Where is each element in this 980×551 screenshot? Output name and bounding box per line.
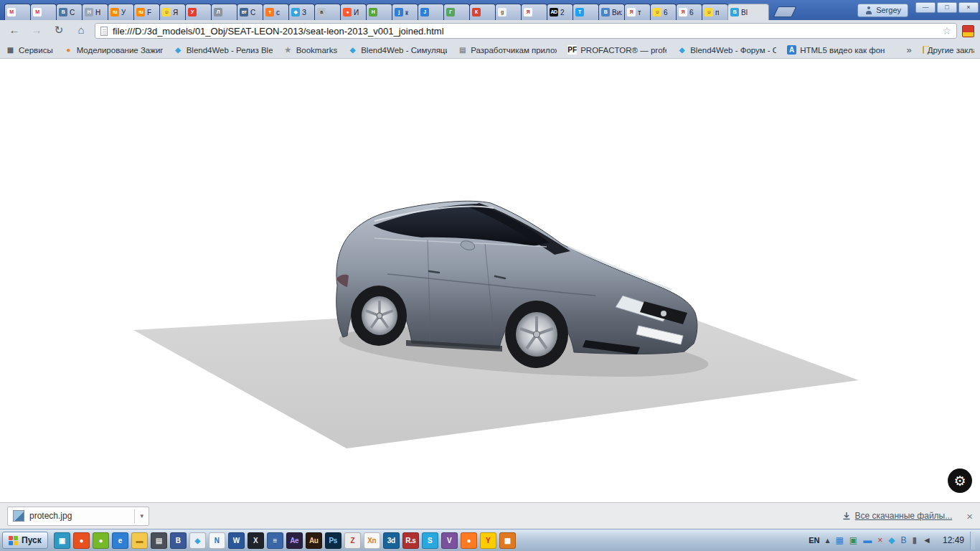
browser-tab[interactable]: У	[185, 4, 212, 20]
taskbar-app-icon[interactable]: R.s	[402, 532, 419, 549]
tray-icon[interactable]: ▴	[825, 534, 829, 546]
start-button[interactable]: Пуск	[2, 532, 48, 549]
browser-tab[interactable]: Я 6	[676, 4, 702, 20]
bookmark-item[interactable]: ◆ Blend4Web - Форум - С	[677, 45, 776, 55]
browser-tab[interactable]: M	[30, 4, 57, 20]
taskbar-app-icon[interactable]: ●	[73, 532, 90, 549]
browser-tab[interactable]: Т	[573, 4, 599, 20]
download-bar-close-icon[interactable]: ×	[966, 510, 973, 522]
bookmark-item[interactable]: ▦ Сервисы	[6, 45, 53, 55]
taskbar-app-icon[interactable]: Au	[306, 532, 322, 549]
browser-tab[interactable]: ☺ Я	[159, 4, 186, 20]
browser-tab[interactable]: Я	[521, 4, 547, 20]
taskbar-app-icon[interactable]: X	[248, 532, 264, 549]
bookmark-item[interactable]: ◆ Blend4Web - Релиз Ble	[174, 45, 273, 55]
browser-tab[interactable]: j к	[392, 4, 418, 20]
taskbar-clock[interactable]: 12:49	[943, 535, 964, 545]
close-button[interactable]: ×	[958, 2, 979, 13]
tray-icon[interactable]: ▮	[912, 534, 917, 546]
extension-icon[interactable]	[962, 25, 974, 37]
browser-tab[interactable]: ◆ З	[288, 4, 315, 20]
language-indicator[interactable]: EN	[809, 536, 819, 545]
scene-settings-gear-button[interactable]: ⚙	[948, 468, 972, 493]
taskbar-app-icon[interactable]: ●	[461, 532, 477, 549]
show-all-downloads-link[interactable]: Все скачанные файлы...	[842, 511, 953, 521]
page-content: ⚙	[0, 59, 980, 502]
new-tab-button[interactable]	[773, 6, 797, 17]
browser-tab[interactable]: ● И	[340, 4, 367, 20]
download-item[interactable]: protech.jpg ▾	[7, 507, 149, 526]
browser-tab[interactable]: т с	[263, 4, 289, 20]
home-button[interactable]: ⌂	[72, 22, 90, 39]
forward-button[interactable]: →	[28, 22, 45, 39]
taskbar-app-icon[interactable]: ●	[93, 532, 109, 549]
show-desktop-button[interactable]	[970, 532, 975, 550]
browser-tab[interactable]: ☺ 6	[650, 4, 677, 20]
bookmark-item[interactable]: ★ Bookmarks	[283, 45, 338, 55]
taskbar-app-icon[interactable]: V	[441, 532, 458, 549]
browser-tab[interactable]: Н	[366, 4, 392, 20]
taskbar-app-icon[interactable]: ▤	[151, 532, 167, 549]
browser-tab[interactable]: g	[495, 4, 522, 20]
taskbar-app-icon[interactable]: N	[209, 532, 225, 549]
minimize-button[interactable]: —	[915, 2, 936, 13]
browser-tab[interactable]: ☺ п	[702, 4, 728, 20]
taskbar-app-icon[interactable]: В	[170, 532, 187, 549]
bookmark-item[interactable]: ◆ Blend4Web - Симуляци	[348, 45, 447, 55]
tray-icon[interactable]: ▦	[836, 534, 844, 546]
taskbar-app-icon[interactable]: e	[112, 532, 128, 549]
taskbar-app-icon[interactable]: Xn	[364, 532, 380, 549]
profile-button[interactable]: Sergey	[857, 4, 908, 17]
3d-scene-viewport[interactable]	[0, 59, 980, 502]
browser-tab[interactable]: AD 2	[547, 4, 573, 20]
tray-icon[interactable]: ▣	[849, 534, 857, 546]
taskbar-app-icon[interactable]: ▬	[131, 532, 148, 549]
browser-tab-active[interactable]: B Bl	[727, 4, 769, 20]
browser-tab[interactable]: Я т	[624, 4, 651, 20]
tab-favicon: вт	[240, 8, 248, 17]
bookmark-star-icon[interactable]: ☆	[942, 25, 951, 37]
other-bookmarks-folder[interactable]: Другие закладки	[923, 46, 974, 55]
browser-tab[interactable]: J	[418, 4, 444, 20]
maximize-button[interactable]: □	[937, 2, 957, 13]
browser-tab[interactable]: В С	[56, 4, 83, 20]
taskbar-app-icon[interactable]: Ae	[286, 532, 303, 549]
address-bar[interactable]: file:///D:/3d_models/01_Obj/SEAT-LEON-20…	[95, 23, 957, 39]
tray-icon[interactable]: ◆	[888, 534, 895, 546]
taskbar-app-icon[interactable]: ≡	[267, 532, 283, 549]
taskbar-app-icon[interactable]: Z	[344, 532, 361, 549]
taskbar-app-icon[interactable]: 3d	[383, 532, 400, 549]
browser-tab[interactable]: Г	[443, 4, 470, 20]
browser-tab[interactable]: M	[4, 4, 31, 20]
browser-tab[interactable]: ru F	[133, 4, 160, 20]
reload-button[interactable]: ↻	[50, 22, 67, 39]
brand-logo	[661, 311, 666, 316]
browser-tab[interactable]: К	[469, 4, 496, 20]
browser-tab[interactable]: Л	[211, 4, 237, 20]
bookmark-item[interactable]: ▤ Разработчикам прилож	[458, 45, 557, 55]
browser-tab[interactable]: вт С	[237, 4, 263, 20]
taskbar-app-icon[interactable]: ▦	[499, 532, 516, 549]
bookmark-item[interactable]: A HTML5 видео как фон	[787, 45, 885, 55]
taskbar-app-icon[interactable]: ◆	[189, 532, 206, 549]
bookmark-item[interactable]: PF PROFACTOR® — profe	[567, 45, 666, 55]
bookmarks-overflow-chevron[interactable]: »	[906, 44, 911, 55]
tray-icon[interactable]: В	[900, 534, 906, 546]
browser-tab[interactable]: а	[314, 4, 341, 20]
tray-icon[interactable]: ▬	[863, 534, 872, 546]
taskbar-app-icon[interactable]: Ps	[325, 532, 341, 549]
tab-label: Визу	[612, 9, 622, 17]
browser-tab[interactable]: ru У	[108, 4, 134, 20]
tray-icon[interactable]: ◄	[923, 534, 931, 546]
browser-tab[interactable]: В Визу	[598, 4, 625, 20]
taskbar-app-icon[interactable]: Y	[480, 532, 496, 549]
browser-tab[interactable]: Н Н	[82, 4, 108, 20]
download-item-caret-icon[interactable]: ▾	[140, 512, 143, 519]
url-text[interactable]: file:///D:/3d_models/01_Obj/SEAT-LEON-20…	[113, 26, 937, 37]
taskbar-app-icon[interactable]: W	[228, 532, 245, 549]
tray-icon[interactable]: ×	[877, 534, 882, 546]
back-button[interactable]: ←	[6, 22, 23, 39]
bookmark-item[interactable]: ● Моделирование Зажиг	[64, 45, 163, 55]
taskbar-app-icon[interactable]: ▣	[54, 532, 70, 549]
taskbar-app-icon[interactable]: S	[422, 532, 438, 549]
